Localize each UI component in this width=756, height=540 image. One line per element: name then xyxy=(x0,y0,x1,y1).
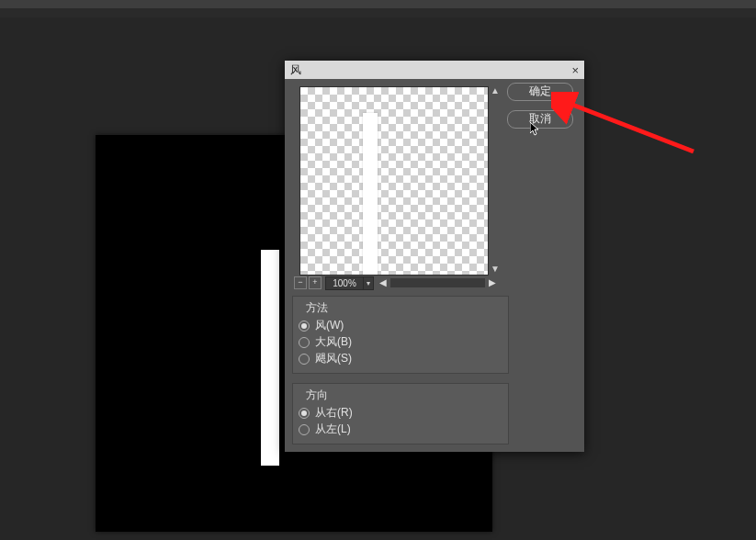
preview-canvas[interactable] xyxy=(299,86,489,276)
radio-method-wind[interactable]: 风(W) xyxy=(299,318,502,333)
dialog-button-column: 确定 取消 xyxy=(507,83,575,138)
method-group-title: 方法 xyxy=(306,300,502,316)
ok-button[interactable]: 确定 xyxy=(507,83,573,101)
radio-method-stagger[interactable]: 飓风(S) xyxy=(299,351,502,366)
direction-group: 方向 从右(R) 从左(L) xyxy=(292,383,509,444)
radio-direction-from-left[interactable]: 从左(L) xyxy=(299,422,502,437)
radio-label: 从左(L) xyxy=(315,422,351,437)
radio-icon xyxy=(299,321,310,332)
radio-icon xyxy=(299,408,310,419)
close-icon[interactable]: × xyxy=(571,63,579,77)
direction-group-title: 方向 xyxy=(306,388,502,403)
zoom-dropdown-icon[interactable]: ▾ xyxy=(364,276,374,290)
zoom-out-button[interactable]: − xyxy=(294,276,307,289)
preview-scroll-down-icon[interactable]: ▼ xyxy=(491,264,500,274)
dialog-title: 风 xyxy=(290,62,301,78)
radio-method-blast[interactable]: 大风(B) xyxy=(299,334,502,350)
radio-label: 大风(B) xyxy=(315,334,352,350)
radio-label: 风(W) xyxy=(315,318,344,333)
document-shape-bar xyxy=(261,250,279,466)
preview-nav-track[interactable] xyxy=(390,278,485,287)
dialog-body: ▲ ▼ − + 100% ▾ ◀ ▶ 方法 风(W) 大风(B) xyxy=(285,79,584,452)
preview-area: ▲ ▼ − + 100% ▾ ◀ ▶ xyxy=(292,86,498,287)
zoom-level-field[interactable]: 100% xyxy=(325,276,364,290)
app-topbar xyxy=(0,0,756,8)
zoom-strip: − + 100% ▾ ◀ ▶ xyxy=(292,276,498,289)
cancel-button[interactable]: 取消 xyxy=(507,110,573,129)
radio-icon xyxy=(299,354,310,365)
radio-label: 飓风(S) xyxy=(315,351,352,366)
radio-icon xyxy=(299,424,310,435)
radio-label: 从右(R) xyxy=(315,405,353,421)
preview-shape-bar xyxy=(363,113,378,276)
dialog-titlebar[interactable]: 风 × xyxy=(285,61,584,79)
preview-nav-left-icon[interactable]: ◀ xyxy=(378,277,389,288)
preview-nav-right-icon[interactable]: ▶ xyxy=(487,277,498,288)
preview-scroll-up-icon[interactable]: ▲ xyxy=(491,86,500,96)
method-group: 方法 风(W) 大风(B) 飓风(S) xyxy=(292,296,509,374)
zoom-in-button[interactable]: + xyxy=(309,276,322,289)
radio-icon xyxy=(299,337,310,348)
wind-dialog: 风 × ▲ ▼ − + 100% ▾ ◀ ▶ 方法 风(W) xyxy=(285,61,584,452)
radio-direction-from-right[interactable]: 从右(R) xyxy=(299,405,502,421)
